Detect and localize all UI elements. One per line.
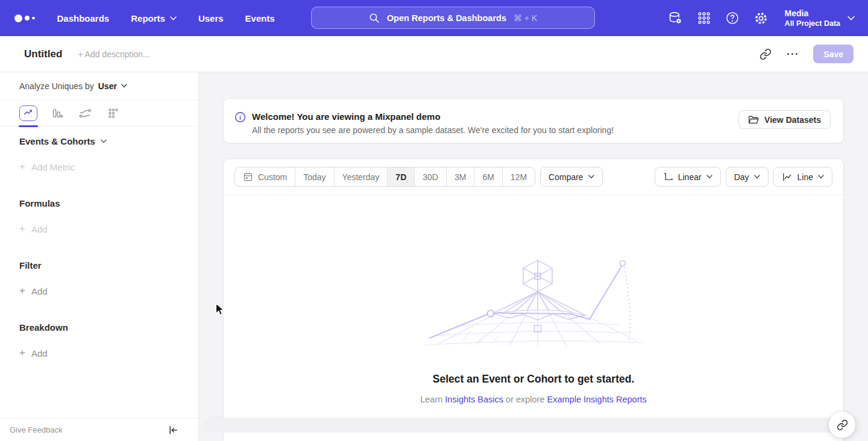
flow-icon	[76, 105, 94, 121]
line-chart-icon	[782, 172, 793, 182]
range-3m[interactable]: 3M	[446, 167, 474, 186]
axes-icon	[663, 172, 673, 182]
settings-gear-icon[interactable]	[753, 11, 769, 26]
range-7d-label: 7D	[395, 172, 406, 182]
range-12m[interactable]: 12M	[502, 167, 535, 186]
search-icon	[369, 13, 380, 23]
project-name: Media	[785, 8, 840, 19]
search-placeholder: Open Reports & Dashboards	[387, 13, 506, 23]
tab-bar-chart[interactable]	[46, 100, 67, 127]
view-datasets-button[interactable]: View Datasets	[738, 110, 831, 129]
report-title[interactable]: Untitled	[24, 48, 62, 60]
next-section-peek	[205, 418, 862, 433]
nav-users[interactable]: Users	[198, 13, 224, 23]
compare-button[interactable]: Compare	[540, 167, 603, 187]
insights-basics-link[interactable]: Insights Basics	[445, 395, 503, 404]
global-search-input[interactable]: Open Reports & Dashboards ⌘ + K	[311, 7, 595, 29]
example-reports-link[interactable]: Example Insights Reports	[547, 395, 647, 404]
range-30d[interactable]: 30D	[414, 167, 446, 186]
range-30d-label: 30D	[423, 172, 438, 182]
data-management-icon[interactable]	[668, 11, 683, 26]
chain-link-icon	[837, 419, 848, 431]
sidebar-sections: Events & Cohorts + Add Metric Formulas +…	[0, 136, 198, 359]
scatter-icon	[104, 105, 122, 121]
nav-users-label: Users	[198, 13, 224, 23]
section-events-cohorts: Events & Cohorts	[19, 136, 179, 146]
range-7d[interactable]: 7D	[387, 167, 414, 186]
nav-reports-label: Reports	[131, 13, 165, 23]
range-custom[interactable]: Custom	[235, 167, 295, 186]
range-today-label: Today	[303, 172, 326, 182]
range-3m-label: 3M	[454, 172, 466, 182]
chart-display-controls: Linear Day Line	[655, 167, 832, 187]
interval-selector[interactable]: Day	[726, 167, 769, 187]
explore-text: or explore	[506, 395, 544, 404]
analyze-prefix-label: Analyze Uniques by	[19, 81, 94, 91]
chevron-down-icon	[588, 175, 594, 179]
main-content: Welcome! You are viewing a Mixpanel demo…	[199, 72, 868, 441]
plus-icon: +	[19, 223, 25, 235]
chevron-down-icon	[848, 16, 855, 20]
chevron-down-icon	[170, 16, 177, 20]
plus-icon: +	[19, 161, 25, 173]
nav-dashboards-label: Dashboards	[57, 13, 110, 23]
folder-icon	[748, 115, 759, 125]
formulas-label: Formulas	[19, 198, 60, 208]
chevron-down-icon	[706, 175, 712, 179]
range-today[interactable]: Today	[295, 167, 333, 186]
banner-title: Welcome! You are viewing a Mixpanel demo	[252, 111, 441, 122]
chart-type-selector[interactable]: Line	[773, 167, 832, 187]
tab-scatter[interactable]	[103, 100, 124, 127]
date-range-control: Custom Today Yesterday 7D 30D 3M 6M 12M	[234, 167, 535, 187]
more-options-icon[interactable]	[786, 51, 799, 58]
add-breakdown-label: Add	[31, 348, 48, 358]
report-header: Untitled + Add description... Save	[0, 36, 868, 72]
view-datasets-label: View Datasets	[764, 115, 821, 125]
section-breakdown: Breakdown	[19, 322, 179, 333]
share-link-fab[interactable]	[829, 411, 855, 438]
project-selector[interactable]: Media All Project Data	[785, 8, 855, 28]
empty-state-links: Learn Insights Basics or explore Example…	[224, 395, 843, 404]
nav-events[interactable]: Events	[245, 13, 275, 23]
mixpanel-logo-icon[interactable]	[14, 14, 35, 22]
compare-label: Compare	[549, 172, 583, 182]
add-breakdown-button[interactable]: + Add	[19, 347, 179, 359]
range-yesterday[interactable]: Yesterday	[334, 167, 388, 186]
add-formula-button[interactable]: + Add	[19, 223, 179, 235]
add-filter-button[interactable]: + Add	[19, 285, 179, 297]
analyze-entity-selector[interactable]: User	[98, 81, 127, 91]
add-filter-label: Add	[31, 286, 48, 296]
save-button[interactable]: Save	[813, 45, 854, 63]
report-description-placeholder[interactable]: + Add description...	[78, 49, 149, 59]
range-12m-label: 12M	[511, 172, 527, 182]
range-custom-label: Custom	[258, 172, 287, 182]
chevron-down-icon[interactable]	[101, 139, 107, 143]
report-controls: Custom Today Yesterday 7D 30D 3M 6M 12M …	[224, 159, 843, 195]
sidebar-footer: Give Feedback	[0, 418, 198, 441]
empty-state-title: Select an Event or Cohort to get started…	[224, 373, 843, 386]
nav-dashboards[interactable]: Dashboards	[57, 13, 110, 23]
learn-prefix: Learn	[420, 395, 442, 404]
copy-link-icon[interactable]	[760, 48, 772, 60]
tab-flow[interactable]	[75, 100, 95, 127]
empty-state: Select an Event or Cohort to get started…	[224, 255, 843, 404]
calendar-icon	[243, 172, 253, 182]
range-6m[interactable]: 6M	[474, 167, 502, 186]
nav-reports[interactable]: Reports	[131, 13, 177, 23]
collapse-sidebar-icon[interactable]	[168, 425, 189, 435]
breakdown-label: Breakdown	[19, 322, 68, 333]
welcome-banner: Welcome! You are viewing a Mixpanel demo…	[223, 98, 844, 143]
bar-chart-icon	[48, 105, 66, 121]
add-metric-button[interactable]: + Add Metric	[19, 161, 179, 173]
report-card: Custom Today Yesterday 7D 30D 3M 6M 12M …	[223, 158, 844, 441]
apps-grid-icon[interactable]	[697, 11, 711, 25]
filter-label: Filter	[19, 260, 42, 271]
project-scope: All Project Data	[785, 19, 840, 28]
add-formula-label: Add	[31, 224, 48, 234]
tab-insights-line[interactable]	[18, 100, 39, 127]
interval-label: Day	[734, 172, 749, 182]
scale-selector[interactable]: Linear	[655, 167, 721, 187]
nav-events-label: Events	[245, 13, 275, 23]
give-feedback-link[interactable]: Give Feedback	[10, 425, 62, 434]
help-icon[interactable]	[725, 11, 740, 25]
